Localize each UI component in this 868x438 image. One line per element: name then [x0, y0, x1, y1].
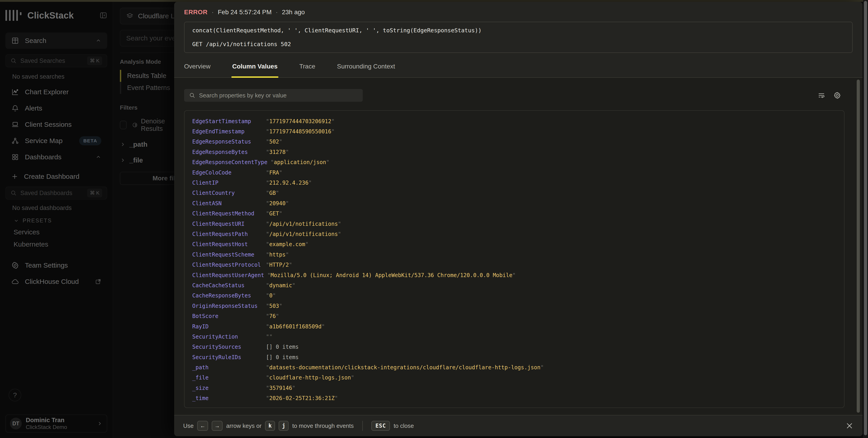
property-row[interactable]: EdgeEndTimestamp "1771977448590550016" — [185, 126, 844, 136]
property-key: EdgeColoCode — [192, 169, 263, 176]
close-panel-button[interactable] — [845, 422, 854, 430]
search-icon — [189, 92, 195, 99]
column-values-body: Search properties by key or value EdgeSt… — [174, 78, 863, 415]
event-relative-time: 23h ago — [282, 9, 305, 16]
property-key: ClientCountry — [192, 190, 263, 196]
property-key: EdgeResponseStatus — [192, 139, 263, 145]
property-value: "0" — [266, 293, 276, 299]
property-row[interactable]: EdgeResponseBytes "31278" — [185, 147, 844, 157]
wrap-lines-icon[interactable] — [817, 91, 826, 99]
property-row[interactable]: RayID "a1b6f601f168509d" — [185, 322, 844, 332]
property-value: "502" — [266, 139, 282, 145]
property-row[interactable]: _path "datasets-documentation/clickstack… — [185, 362, 844, 372]
property-key: ClientRequestHost — [192, 241, 263, 247]
property-row[interactable]: SecurityRuleIDs [] 0 items — [185, 352, 844, 362]
property-key: EdgeStartTimestamp — [192, 118, 263, 125]
property-value: "application/json" — [271, 159, 329, 165]
property-row[interactable]: EdgeColoCode "FRA" — [185, 167, 844, 178]
property-key: BotScore — [192, 313, 263, 319]
property-value: "GET" — [266, 210, 282, 217]
property-value: "31278" — [266, 149, 289, 155]
property-row[interactable]: ClientRequestMethod "GET" — [185, 209, 844, 219]
property-key: SecurityAction — [192, 334, 263, 340]
property-row[interactable]: ClientCountry "GB" — [185, 188, 844, 198]
footer-move-text: to move through events — [292, 423, 354, 429]
property-key: RayID — [192, 324, 263, 330]
tab-column-values[interactable]: Column Values — [232, 63, 278, 77]
property-value: "2026-02-25T21:36:21Z" — [266, 395, 338, 401]
property-value: "example.com" — [266, 241, 308, 247]
event-footer: Use ← → arrow keys or k j to move throug… — [174, 415, 863, 436]
property-row[interactable]: EdgeResponseStatus "502" — [185, 137, 844, 147]
property-row[interactable]: CacheCacheStatus "dynamic" — [185, 280, 844, 291]
property-row[interactable]: _size "3579146" — [185, 383, 844, 393]
property-value: "1771977444703206912" — [266, 118, 335, 125]
property-row[interactable]: _file "cloudflare-http-logs.json" — [185, 373, 844, 383]
property-value: "1771977448590550016" — [266, 128, 335, 135]
gear-icon[interactable] — [833, 91, 841, 99]
property-key: ClientRequestMethod — [192, 210, 263, 217]
window-scrollbar-thumb[interactable] — [864, 1, 867, 435]
property-value: "" — [266, 334, 273, 340]
properties-list: EdgeStartTimestamp "1771977444703206912"… — [185, 116, 844, 403]
property-row[interactable]: _time "2026-02-25T21:36:21Z" — [185, 393, 844, 403]
property-row[interactable]: ClientIP "212.92.4.236" — [185, 178, 844, 188]
separator-dot: · — [212, 9, 214, 16]
property-key: CacheResponseBytes — [192, 293, 263, 299]
property-key: ClientRequestURI — [192, 221, 263, 227]
properties-card: EdgeStartTimestamp "1771977444703206912"… — [184, 110, 844, 408]
property-key: EdgeResponseBytes — [192, 149, 263, 155]
property-row[interactable]: ClientRequestPath "/api/v1/notifications… — [185, 229, 844, 239]
property-row[interactable]: SecuritySources [] 0 items — [185, 342, 844, 352]
property-row[interactable]: CacheResponseBytes "0" — [185, 291, 844, 301]
tab-overview[interactable]: Overview — [184, 63, 211, 77]
property-value: "3579146" — [266, 385, 296, 391]
footer-divider — [362, 421, 363, 431]
property-row[interactable]: ClientRequestProtocol "HTTP/2" — [185, 260, 844, 270]
property-value: "Mozilla/5.0 (Linux; Android 14) AppleWe… — [267, 272, 516, 278]
property-key: _file — [192, 374, 263, 381]
k-keycap: k — [265, 421, 275, 431]
property-row[interactable]: ClientRequestURI "/api/v1/notifications" — [185, 219, 844, 229]
property-row[interactable]: EdgeResponseContentType "application/jso… — [185, 157, 844, 167]
property-key: SecurityRuleIDs — [192, 354, 263, 361]
property-key: ClientRequestUserAgent — [192, 272, 264, 278]
property-key: _path — [192, 364, 263, 371]
property-row[interactable]: OriginResponseStatus "503" — [185, 301, 844, 311]
property-row[interactable]: SecurityAction "" — [185, 332, 844, 342]
property-value: [] 0 items — [266, 354, 299, 361]
property-row[interactable]: BotScore "76" — [185, 311, 844, 321]
event-header: ERROR · Feb 24 5:57:24 PM · 23h ago conc… — [174, 2, 863, 78]
event-details-panel: ERROR · Feb 24 5:57:24 PM · 23h ago conc… — [174, 2, 863, 436]
panel-scrollbar-thumb[interactable] — [857, 79, 860, 413]
tab-trace[interactable]: Trace — [299, 63, 315, 77]
j-keycap: j — [279, 421, 288, 431]
property-row[interactable]: ClientASN "20940" — [185, 198, 844, 208]
property-key: SecuritySources — [192, 344, 263, 350]
property-value: "HTTP/2" — [266, 262, 292, 268]
severity-badge: ERROR — [184, 9, 208, 16]
separator-dot: · — [276, 9, 278, 16]
property-row[interactable]: ClientRequestScheme "https" — [185, 249, 844, 260]
property-value: "a1b6f601f168509d" — [266, 324, 325, 330]
properties-search-input[interactable]: Search properties by key or value — [184, 89, 363, 102]
tab-surrounding-context[interactable]: Surrounding Context — [337, 63, 395, 77]
event-expression-block: concat(ClientRequestMethod, ' ', ClientR… — [184, 22, 852, 53]
arrow-right-keycap: → — [212, 421, 222, 431]
property-row[interactable]: ClientRequestUserAgent "Mozilla/5.0 (Lin… — [185, 270, 844, 280]
arrow-left-keycap: ← — [197, 421, 208, 431]
property-value: "dynamic" — [266, 282, 296, 289]
property-key: _size — [192, 385, 263, 391]
property-value: "datasets-documentation/clickstack-integ… — [266, 364, 544, 371]
property-key: ClientASN — [192, 200, 263, 207]
event-expression: concat(ClientRequestMethod, ' ', ClientR… — [192, 27, 844, 34]
window-scrollbar[interactable] — [863, 0, 868, 438]
property-key: CacheCacheStatus — [192, 282, 263, 289]
property-row[interactable]: EdgeStartTimestamp "1771977444703206912" — [185, 116, 844, 126]
panel-scrollbar[interactable] — [857, 79, 860, 413]
property-row[interactable]: ClientRequestHost "example.com" — [185, 239, 844, 249]
property-value: "https" — [266, 251, 289, 258]
event-timestamp: Feb 24 5:57:24 PM — [218, 9, 272, 16]
footer-arrow-keys-text: arrow keys or — [226, 423, 261, 429]
event-tabs: Overview Column Values Trace Surrounding… — [184, 63, 852, 77]
